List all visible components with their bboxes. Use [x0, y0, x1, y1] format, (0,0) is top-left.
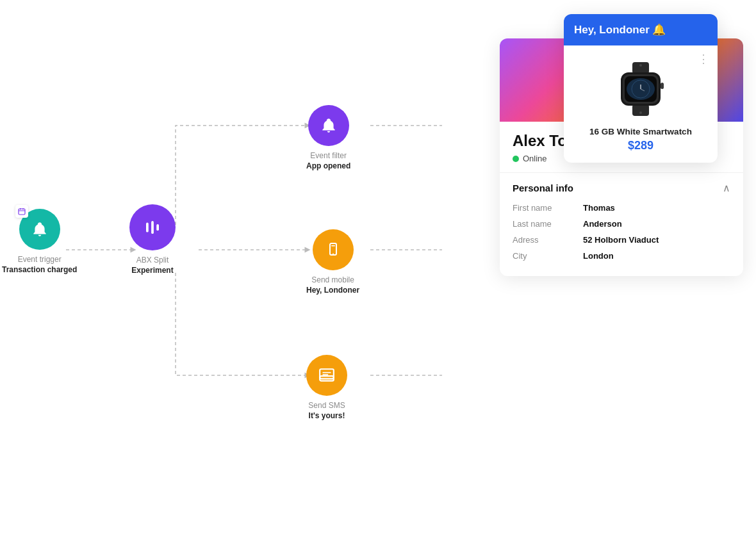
send-sms-label: Send SMS It's yours!	[308, 401, 345, 421]
event-trigger-label: Event trigger Transaction charged	[2, 255, 77, 275]
node-send-mobile[interactable]: Send mobile Hey, Londoner	[306, 229, 359, 295]
mobile-icon	[325, 242, 341, 257]
info-row-city: City London	[513, 251, 730, 261]
info-row-firstname: First name Thomas	[513, 203, 730, 213]
online-dot	[513, 156, 519, 162]
notification-card: Hey, Londoner 🔔 ⋮	[564, 14, 718, 163]
lastname-label: Last name	[513, 219, 577, 229]
info-row-lastname: Last name Anderson	[513, 219, 730, 229]
abx-split-label: ABX Split Experiment	[131, 256, 173, 275]
svg-rect-10	[151, 221, 154, 234]
info-row-address: Adress 52 Holborn Viaduct	[513, 235, 730, 245]
svg-rect-14	[331, 245, 335, 247]
notif-header: Hey, Londoner 🔔	[564, 14, 718, 45]
bell-icon-2	[320, 117, 337, 134]
personal-info-header: Personal info ∧	[513, 182, 730, 194]
more-options-icon[interactable]: ⋮	[698, 52, 710, 66]
notif-title: Hey, Londoner 🔔	[574, 23, 666, 37]
personal-info-title: Personal info	[513, 183, 573, 193]
firstname-value: Thomas	[583, 203, 615, 213]
node-send-sms[interactable]: Send SMS It's yours!	[306, 355, 347, 421]
send-mobile-circle	[313, 229, 354, 270]
send-mobile-label: Send mobile Hey, Londoner	[306, 275, 359, 295]
node-event-filter[interactable]: Event filter App opened	[306, 105, 350, 171]
split-icon	[143, 218, 162, 237]
send-sms-circle	[306, 355, 347, 396]
bell-icon	[31, 221, 48, 238]
notif-body: ⋮	[564, 45, 718, 163]
personal-info-section: Personal info ∧ First name Thomas Last n…	[500, 173, 743, 276]
product-price: $289	[573, 139, 709, 152]
city-label: City	[513, 251, 577, 261]
svg-rect-5	[19, 209, 25, 215]
svg-point-29	[639, 64, 642, 67]
svg-rect-19	[632, 62, 649, 74]
svg-point-30	[639, 111, 642, 114]
collapse-icon[interactable]: ∧	[723, 182, 730, 194]
smartwatch-svg	[612, 61, 670, 117]
event-filter-label: Event filter App opened	[306, 151, 350, 171]
online-label: Online	[523, 154, 547, 163]
lastname-value: Anderson	[583, 219, 622, 229]
abx-split-circle	[129, 204, 176, 250]
workflow-canvas: Event trigger Transaction charged ABX Sp…	[0, 0, 461, 538]
svg-rect-12	[330, 243, 336, 255]
svg-rect-25	[661, 83, 664, 89]
svg-point-13	[333, 254, 334, 255]
product-name: 16 GB White Smartwatch	[573, 127, 709, 136]
node-event-trigger[interactable]: Event trigger Transaction charged	[2, 209, 77, 275]
event-filter-circle	[308, 105, 349, 146]
svg-rect-11	[156, 224, 159, 231]
event-trigger-circle	[19, 209, 60, 250]
product-image	[605, 58, 676, 119]
svg-rect-15	[320, 369, 334, 379]
svg-rect-9	[146, 223, 149, 232]
firstname-label: First name	[513, 203, 577, 213]
address-value: 52 Holborn Viaduct	[583, 235, 659, 245]
sms-icon	[318, 367, 335, 384]
city-value: London	[583, 251, 614, 261]
address-label: Adress	[513, 235, 577, 245]
node-abx-split[interactable]: ABX Split Experiment	[129, 204, 176, 275]
svg-rect-20	[632, 104, 649, 116]
calendar-badge	[15, 205, 28, 218]
